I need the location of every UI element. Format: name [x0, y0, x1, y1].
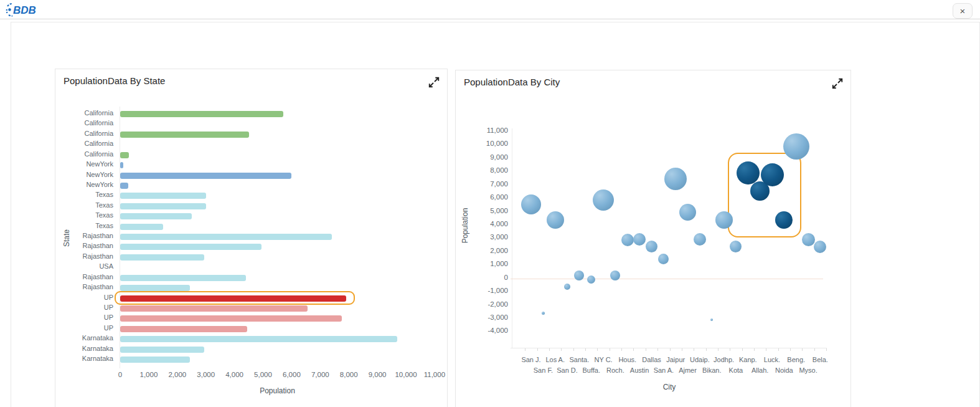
y-axis-tick-label: 3,000 [471, 233, 508, 241]
y-axis-tick-label: 11,000 [471, 127, 508, 134]
bubble-sanj[interactable] [521, 194, 541, 214]
bubble-nyc[interactable] [593, 189, 614, 211]
y-axis-label: Texas [55, 191, 113, 198]
y-axis-label: NewYork [55, 160, 113, 168]
y-axis-title-population: Population [461, 208, 469, 244]
y-axis-tick-label: -2,000 [471, 300, 508, 308]
bar-rajasthan[interactable] [120, 275, 246, 281]
bubble-myso[interactable] [802, 233, 815, 246]
bar-up[interactable] [120, 305, 308, 312]
bar-karnataka[interactable] [120, 357, 190, 363]
bubble-luck[interactable] [761, 163, 784, 186]
bar-up[interactable] [120, 326, 247, 332]
bubble-losa[interactable] [547, 211, 564, 229]
bubble-hous[interactable] [621, 234, 634, 246]
x-axis-tickmark [537, 348, 538, 351]
x-axis-title-population: Population [120, 386, 435, 395]
bar-rajasthan[interactable] [120, 254, 204, 261]
x-axis-tickmark [621, 348, 622, 351]
y-axis-label: Rajasthan [55, 273, 113, 280]
card-population-by-city: PopulationData By City City Population 1… [455, 70, 851, 407]
y-axis-label: UP [55, 324, 113, 332]
y-axis-tick-label: 7,000 [471, 180, 508, 188]
x-axis-tickmark [730, 348, 730, 351]
x-axis-tickmark [670, 348, 671, 351]
y-axis-label: California [55, 150, 113, 158]
y-axis-label: UP [55, 314, 113, 321]
x-axis-line [511, 348, 827, 348]
bubble-noida[interactable] [775, 211, 793, 229]
bar-newyork[interactable] [120, 162, 123, 168]
x-axis-tick-label: 11,000 [416, 371, 453, 378]
y-axis-label: Karnataka [55, 345, 113, 352]
bar-rajasthan[interactable] [120, 285, 190, 291]
x-axis-tickmark [657, 348, 658, 351]
bar-texas[interactable] [120, 224, 163, 230]
bubble-sanf[interactable] [542, 312, 545, 315]
y-axis-tick-label: 4,000 [471, 220, 508, 227]
y-axis-label: California [55, 130, 113, 137]
y-axis-tick-label: 10,000 [471, 140, 508, 147]
bubble-sand[interactable] [564, 284, 570, 290]
y-axis-tick-label: -4,000 [471, 327, 508, 334]
x-axis-tickmark [525, 348, 525, 351]
bubble-ajmer[interactable] [679, 204, 696, 221]
x-axis-tickmark [573, 348, 574, 351]
bubble-santa[interactable] [574, 271, 584, 280]
close-icon: × [960, 6, 966, 16]
bubble-bela[interactable] [814, 241, 826, 253]
bubble-buffa[interactable] [587, 275, 595, 284]
x-axis-tickmark [802, 348, 803, 351]
bubble-beng[interactable] [783, 133, 809, 160]
y-axis-label: NewYork [55, 181, 113, 188]
bubble-udaip[interactable] [694, 233, 706, 246]
bar-karnataka[interactable] [120, 347, 204, 353]
bubble-jaipur[interactable] [664, 168, 687, 190]
y-axis-label: Karnataka [55, 355, 113, 362]
card-population-by-state: PopulationData By State Population State… [55, 69, 448, 407]
x-axis-tickmark [754, 348, 755, 351]
y-axis-label: California [55, 109, 113, 117]
y-axis-tick-label: 1,000 [471, 260, 508, 267]
x-axis-tickmark [790, 348, 791, 351]
y-axis-label: California [55, 140, 113, 147]
x-axis-tickmark [778, 348, 779, 351]
bar-california[interactable] [120, 132, 249, 138]
y-axis-label: Texas [55, 222, 113, 229]
bar-texas[interactable] [120, 193, 206, 199]
y-axis-label: Texas [55, 201, 113, 209]
y-axis-label: USA [55, 262, 113, 270]
bar-california[interactable] [120, 152, 129, 158]
bubble-dallas[interactable] [646, 241, 657, 252]
bar-karnataka[interactable] [120, 336, 397, 342]
bar-rajasthan[interactable] [120, 244, 261, 250]
bar-chart-population-by-state: Population State CaliforniaCaliforniaCal… [55, 69, 447, 407]
bubble-kanp[interactable] [737, 161, 760, 184]
x-axis-city-label: Bela. [803, 356, 837, 363]
bar-rajasthan[interactable] [120, 234, 332, 240]
y-axis-line [512, 128, 512, 348]
bubble-chart-population-by-city: City Population 11,00010,0009,0008,0007,… [456, 70, 850, 407]
y-axis-label: California [55, 119, 113, 127]
y-axis-tick-label: 5,000 [471, 207, 508, 214]
bar-california[interactable] [120, 111, 283, 117]
bar-newyork[interactable] [120, 173, 291, 179]
x-axis-tickmark [718, 348, 719, 351]
bdb-logo-text: BDB [13, 4, 36, 16]
bubble-jodhp[interactable] [715, 211, 733, 229]
y-axis-label: NewYork [55, 171, 113, 178]
bar-up[interactable] [120, 315, 342, 322]
close-button[interactable]: × [953, 3, 973, 19]
bubble-austin[interactable] [633, 233, 646, 246]
y-axis-tick-label: 8,000 [471, 166, 508, 174]
bubble-bikan[interactable] [710, 318, 713, 321]
bubble-kota[interactable] [730, 241, 742, 252]
y-axis-label: UP [55, 294, 113, 301]
bar-texas[interactable] [120, 213, 192, 219]
bar-newyork[interactable] [120, 183, 128, 189]
y-axis-label: Texas [55, 211, 113, 219]
bubble-sana[interactable] [658, 254, 669, 264]
x-axis-tickmark [826, 348, 827, 351]
bar-texas[interactable] [120, 203, 206, 209]
selection-highlight-box [115, 291, 355, 305]
